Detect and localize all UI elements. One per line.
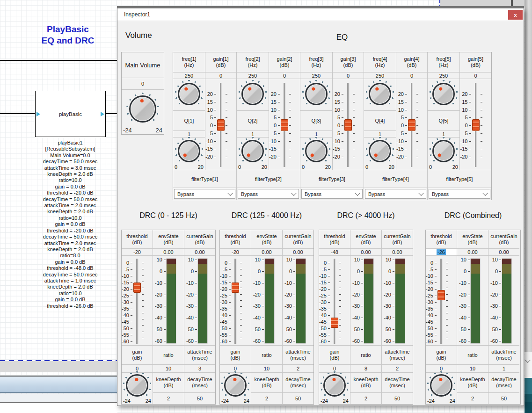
gain-slider[interactable]: 20151050-5-10-15-20 (205, 79, 236, 170)
q-knob[interactable] (178, 140, 200, 162)
filter-type-dropdown[interactable]: Bypass (365, 189, 426, 199)
tick-label: 5 (337, 114, 343, 121)
tick-label: 0 (337, 122, 343, 129)
tick-label: -60 (384, 338, 394, 344)
currentgain-header: currentGain(dB) (382, 230, 413, 249)
q-knob[interactable] (241, 140, 264, 162)
tick-label: 10 (207, 107, 216, 113)
q-knob[interactable] (305, 140, 328, 162)
gain-slider-handle[interactable] (217, 119, 225, 131)
gain-value[interactable]: 0 (269, 72, 300, 79)
gain-slider-handle[interactable] (281, 119, 288, 131)
envstate-value: 0.00 (457, 249, 488, 256)
kneedepth-value[interactable]: 2 (350, 393, 381, 404)
filter-type-dropdown[interactable]: Bypass (301, 189, 363, 199)
window-title: Inspector1 (124, 8, 150, 21)
threshold-slider[interactable]: 0-5-10-15-20-25-30-35-40-45-50-55-60 (426, 256, 457, 346)
knob-max-label: 24 (156, 127, 162, 134)
decaytime-value[interactable]: 50 (283, 393, 313, 404)
tick-label: -60 (186, 338, 197, 344)
gain-knob[interactable] (430, 374, 452, 397)
scrollbar-rail[interactable] (525, 0, 532, 413)
tick-label: -20 (384, 291, 394, 298)
eq-section-title: EQ (295, 33, 389, 42)
kneedepth-value[interactable]: 2 (153, 393, 184, 404)
decaytime-value[interactable]: 50 (184, 393, 215, 404)
decaytime-value[interactable]: 50 (382, 393, 413, 404)
freq-value[interactable]: 250 (173, 72, 205, 79)
gain-value[interactable]: 0 (205, 72, 236, 79)
gain-slider-handle[interactable] (472, 119, 480, 131)
q-knob[interactable] (432, 140, 455, 162)
tick-label: -20 (352, 291, 363, 298)
q-knob-cell: 0 20 (237, 138, 269, 170)
gain-knob[interactable] (126, 374, 148, 397)
threshold-value[interactable]: -48 (319, 249, 350, 256)
knob-min-label: -24 (221, 398, 229, 404)
gain-value[interactable]: 0 (396, 72, 427, 79)
kneedepth-value[interactable]: 2 (457, 393, 488, 404)
attacktime-value[interactable]: 1 (488, 365, 519, 373)
threshold-value[interactable]: -20 (122, 249, 153, 256)
gain-slider[interactable]: 20151050-5-10-15-20 (333, 79, 364, 170)
threshold-slider-handle[interactable] (331, 318, 338, 328)
decaytime-value[interactable]: 50 (488, 393, 519, 404)
tick-label: -55 (319, 332, 330, 338)
freq-knob[interactable] (305, 83, 328, 105)
threshold-slider[interactable]: 0-5-10-15-20-25-30-35-40-45-50-55-60 (220, 256, 251, 346)
inspector-titlebar[interactable]: Inspector1 x (117, 8, 524, 21)
gain-header: gain[2](dB) (269, 52, 300, 72)
filter-type-dropdown[interactable]: Bypass (238, 189, 299, 199)
threshold-slider-handle[interactable] (133, 283, 141, 293)
freq-knob[interactable] (432, 83, 455, 105)
freq-knob[interactable] (178, 83, 200, 105)
tick-label: -20 (220, 286, 231, 292)
playbasic-block[interactable]: playBasic (35, 91, 106, 137)
block-parameter-line: attackTime = 2.0 msec (8, 240, 132, 246)
main-volume-knob[interactable] (129, 95, 156, 123)
freq-knob[interactable] (369, 83, 391, 105)
gain-slider[interactable]: 20151050-5-10-15-20 (269, 79, 300, 170)
envstate-meter: 100-10-20-30-40-50-60 (251, 256, 282, 346)
ratio-value[interactable]: 8 (350, 365, 381, 373)
ratio-value[interactable]: 10 (153, 365, 184, 373)
gain-slider[interactable]: 20151050-5-10-15-20 (460, 79, 491, 170)
main-volume-value[interactable]: 0 (122, 78, 164, 90)
attacktime-value[interactable]: 2 (382, 365, 413, 373)
filter-type-dropdown[interactable]: Bypass (174, 189, 235, 199)
ratio-value[interactable]: 10 (251, 365, 282, 373)
kneedepth-header: kneeDepth(dB) (457, 373, 488, 393)
filter-type-dropdown[interactable]: Bypass (429, 189, 490, 199)
knob-body (224, 374, 247, 397)
tick-label: -25 (426, 292, 437, 299)
gain-value[interactable]: 0 (333, 72, 364, 79)
gain-slider-handle[interactable] (344, 119, 352, 131)
tick-label: 15 (398, 99, 407, 105)
threshold-slider-handle[interactable] (437, 290, 445, 300)
q-knob[interactable] (369, 140, 391, 162)
gain-slider[interactable]: 20151050-5-10-15-20 (396, 79, 427, 170)
freq-value[interactable]: 250 (364, 72, 396, 79)
gain-value[interactable]: 0 (460, 72, 491, 79)
eq-channel: freq[3](Hz) gain[3](dB) 250 0 (300, 52, 364, 200)
kneedepth-value[interactable]: 2 (251, 393, 282, 404)
background-strip (0, 403, 117, 413)
threshold-slider[interactable]: 0-5-10-15-20-25-30-35-40-45-50-55-60 (319, 256, 350, 346)
gain-slider-handle[interactable] (408, 119, 415, 131)
close-button[interactable]: x (508, 10, 523, 20)
freq-value[interactable]: 250 (428, 72, 460, 79)
gain-knob[interactable] (323, 374, 346, 397)
slider-tick-dashes (289, 94, 291, 158)
attacktime-value[interactable]: 2 (283, 365, 313, 373)
freq-value[interactable]: 250 (237, 72, 269, 79)
threshold-value-editing[interactable]: -26 (426, 249, 457, 256)
ratio-value[interactable]: 10 (457, 365, 488, 373)
gain-knob[interactable] (224, 374, 247, 397)
freq-value[interactable]: 250 (300, 72, 333, 79)
threshold-value[interactable]: -20 (220, 249, 251, 256)
freq-knob[interactable] (241, 83, 264, 105)
attacktime-value[interactable]: 3 (184, 365, 215, 373)
threshold-slider[interactable]: 0-5-10-15-20-25-30-35-40-45-50-55-60 (122, 256, 153, 346)
threshold-slider-handle[interactable] (232, 283, 239, 293)
knob-body (432, 83, 455, 105)
